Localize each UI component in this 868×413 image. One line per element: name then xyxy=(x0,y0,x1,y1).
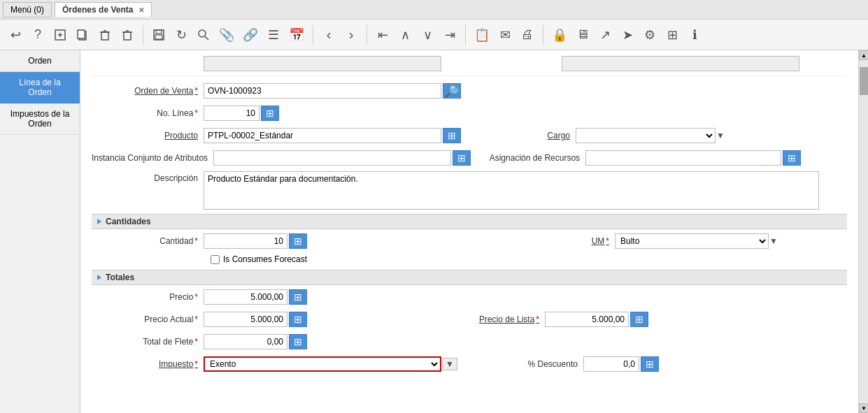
asignacion-btn[interactable]: ⊞ xyxy=(783,150,801,166)
no-linea-input[interactable] xyxy=(204,106,259,121)
scroll-up-btn[interactable]: ▲ xyxy=(859,50,868,60)
svg-rect-5 xyxy=(101,32,108,40)
expand-button[interactable]: ⊞ xyxy=(662,26,682,44)
lock-button[interactable]: 🔒 xyxy=(549,26,570,44)
orden-venta-label: Orden de Venta xyxy=(92,86,204,96)
descripcion-textarea[interactable]: Producto Estándar para documentación. xyxy=(204,171,819,210)
toolbar: ↩ ? ↻ 📎 🔗 ☰ 📅 ‹ › ⇤ ∧ ∨ ⇥ 📋 ✉ 🖨 🔒 🖥 ↗ ➤ … xyxy=(0,20,868,50)
total-flete-input[interactable] xyxy=(204,334,287,349)
descripcion-label: Descripción xyxy=(92,171,204,183)
list-button[interactable]: ☰ xyxy=(264,26,283,44)
link-button[interactable]: 🔗 xyxy=(240,26,261,44)
asignacion-input[interactable] xyxy=(585,150,781,166)
scrollbar[interactable]: ▲ ▼ xyxy=(858,50,868,413)
search-button[interactable] xyxy=(194,27,213,43)
impuesto-dropdown-icon[interactable]: ▼ xyxy=(442,358,457,370)
producto-input[interactable] xyxy=(204,128,441,143)
cantidad-btn[interactable]: ⊞ xyxy=(289,233,307,249)
down-button[interactable]: ∨ xyxy=(418,26,437,44)
sidebar-item-orden[interactable]: Orden xyxy=(0,50,80,72)
info-button[interactable]: ℹ xyxy=(685,26,704,44)
save-button[interactable] xyxy=(149,27,169,43)
tab-menu[interactable]: Menú (0) xyxy=(3,2,52,17)
instancia-input[interactable] xyxy=(213,150,451,166)
precio-label: Precio xyxy=(92,292,204,302)
arrow-button[interactable]: ↗ xyxy=(595,26,615,44)
last-button[interactable]: ⇥ xyxy=(440,26,460,44)
screen-button[interactable]: 🖥 xyxy=(573,26,592,43)
impuesto-select[interactable]: Exento IVA 16% IVA 8% xyxy=(204,356,441,372)
pct-descuento-label: % Descuento xyxy=(485,359,583,369)
row-consumes-forecast: Is Consumes Forecast xyxy=(211,254,847,264)
partial-input-right[interactable] xyxy=(562,56,799,71)
precio-actual-label: Precio Actual xyxy=(92,314,204,324)
delete2-button[interactable] xyxy=(118,27,137,43)
section-totales: Totales xyxy=(92,270,847,285)
sidebar-item-linea[interactable]: Línea de la Orden xyxy=(0,72,80,103)
email-button[interactable]: ✉ xyxy=(495,26,515,44)
undo-button[interactable]: ↩ xyxy=(6,26,25,44)
instancia-label: Instancia Conjunto de Atributos xyxy=(92,153,213,163)
separator1 xyxy=(143,25,143,45)
fax-button[interactable]: 🖨 xyxy=(518,26,537,43)
copy-icon xyxy=(76,29,89,41)
row-instancia: Instancia Conjunto de Atributos ⊞ Asigna… xyxy=(92,149,847,167)
precio-lista-input[interactable] xyxy=(545,312,629,327)
svg-rect-13 xyxy=(155,35,162,39)
close-icon[interactable]: ✕ xyxy=(138,6,144,14)
refresh-button[interactable]: ↻ xyxy=(171,26,191,44)
asignacion-col: Asignación de Recursos ⊞ xyxy=(488,150,801,166)
delete-button[interactable] xyxy=(95,27,115,43)
section-triangle-icon xyxy=(97,219,101,224)
producto-lookup-btn[interactable]: ⊞ xyxy=(443,128,461,143)
precio-actual-btn[interactable]: ⊞ xyxy=(289,312,307,327)
asignacion-label: Asignación de Recursos xyxy=(488,153,585,163)
new-button[interactable] xyxy=(50,27,70,43)
calendar-button[interactable]: 📅 xyxy=(286,26,307,44)
no-linea-btn[interactable]: ⊞ xyxy=(261,106,279,121)
scroll-down-btn[interactable]: ▼ xyxy=(859,403,868,413)
help-button[interactable]: ? xyxy=(28,26,48,43)
attach-button[interactable]: 📎 xyxy=(216,26,237,44)
cantidad-input[interactable] xyxy=(204,233,287,249)
partial-input-left[interactable] xyxy=(204,56,441,71)
pct-descuento-col: % Descuento ⊞ xyxy=(485,356,659,372)
row-orden-venta: Orden de Venta 🔎 xyxy=(92,82,847,100)
instancia-btn[interactable]: ⊞ xyxy=(453,150,471,166)
um-dropdown-icon: ▼ xyxy=(769,236,778,246)
cantidad-label: Cantidad xyxy=(92,236,204,246)
separator5 xyxy=(543,25,543,45)
settings-button[interactable]: ⚙ xyxy=(640,26,660,44)
consumes-forecast-label: Is Consumes Forecast xyxy=(223,254,307,264)
pct-descuento-btn[interactable]: ⊞ xyxy=(641,356,659,372)
svg-point-14 xyxy=(199,30,206,37)
next-button[interactable]: › xyxy=(341,25,361,44)
up-button[interactable]: ∧ xyxy=(395,26,415,44)
precio-btn[interactable]: ⊞ xyxy=(289,289,307,305)
orden-venta-input[interactable] xyxy=(204,83,441,99)
svg-rect-8 xyxy=(124,32,131,40)
separator3 xyxy=(367,25,367,45)
row-top-partial xyxy=(92,56,847,76)
sidebar: Orden Línea de la Orden Impuestos de la … xyxy=(0,50,80,413)
scroll-thumb[interactable] xyxy=(860,67,868,95)
separator2 xyxy=(313,25,313,45)
orden-venta-lookup-button[interactable]: 🔎 xyxy=(443,83,461,99)
total-flete-btn[interactable]: ⊞ xyxy=(289,334,307,349)
tab-bar: Menú (0) Órdenes de Venta ✕ xyxy=(0,0,868,20)
precio-lista-btn[interactable]: ⊞ xyxy=(630,312,648,327)
pct-descuento-input[interactable] xyxy=(583,356,639,372)
cargo-label: Cargo xyxy=(478,131,576,140)
um-select[interactable]: Bulto xyxy=(615,233,769,249)
precio-input[interactable] xyxy=(204,289,287,305)
consumes-forecast-checkbox[interactable] xyxy=(211,255,220,264)
print-button[interactable]: 📋 xyxy=(471,26,492,44)
first-button[interactable]: ⇤ xyxy=(373,26,392,44)
copy-button[interactable] xyxy=(73,27,92,43)
cargo-select[interactable] xyxy=(576,128,716,143)
precio-actual-input[interactable] xyxy=(204,312,287,327)
tab-ordenes-venta[interactable]: Órdenes de Venta ✕ xyxy=(55,2,152,17)
send-button[interactable]: ➤ xyxy=(618,26,637,44)
prev-button[interactable]: ‹ xyxy=(319,25,339,44)
sidebar-item-impuestos[interactable]: Impuestos de la Orden xyxy=(0,103,80,135)
